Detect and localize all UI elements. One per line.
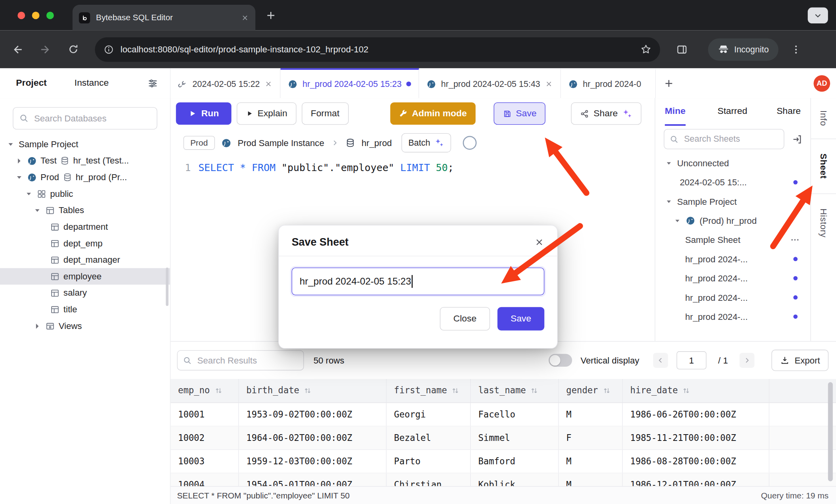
caret-down-icon[interactable] (33, 206, 41, 214)
column-header-last-name[interactable]: last_name (471, 379, 559, 402)
sheet-item-2[interactable]: hr_prod 2024-... (655, 269, 811, 288)
sheet-item-4[interactable]: hr_prod 2024-... (655, 307, 811, 326)
tree-item-tables-group[interactable]: Tables (0, 202, 170, 219)
editor-tab-4[interactable]: hr_prod 2024-0 (561, 68, 656, 98)
tab-starred[interactable]: Starred (717, 98, 747, 126)
side-tab-history[interactable]: History (811, 194, 836, 252)
tree-item-table-title[interactable]: title (0, 301, 170, 318)
sheet-item-sample-sheet[interactable]: Sample Sheet (655, 230, 811, 249)
forward-button[interactable] (37, 41, 53, 57)
tree-item-table-salary[interactable]: salary (0, 285, 170, 301)
prev-page-button[interactable] (653, 353, 668, 368)
instance-crumb[interactable]: Prod Sample Instance (238, 138, 324, 148)
caret-down-icon[interactable] (25, 189, 33, 198)
caret-down-icon[interactable] (665, 198, 673, 206)
close-tab-icon[interactable] (265, 80, 273, 88)
sort-icon[interactable] (304, 387, 312, 394)
sort-icon[interactable] (531, 387, 538, 394)
tree-item-table-dept-emp[interactable]: dept_emp (0, 235, 170, 252)
batch-button[interactable]: Batch (401, 133, 451, 152)
tree-item-prod-instance[interactable]: Prod hr_prod (Pr... (0, 169, 170, 186)
sheet-item-1[interactable]: hr_prod 2024-... (655, 250, 811, 269)
tab-close-icon[interactable] (241, 13, 249, 21)
format-button[interactable]: Format (302, 102, 349, 125)
next-page-button[interactable] (740, 353, 755, 368)
sort-icon[interactable] (683, 387, 690, 394)
editor-tab-1[interactable]: 2024-02-05 15:22 (171, 68, 281, 98)
caret-down-icon[interactable] (665, 159, 673, 167)
new-sheet-tab-button[interactable] (663, 77, 674, 88)
site-info-icon[interactable] (104, 44, 114, 55)
sort-icon[interactable] (215, 387, 222, 394)
tab-instance[interactable]: Instance (75, 78, 109, 88)
results-search-input[interactable] (196, 355, 298, 366)
filter-settings-icon[interactable] (147, 77, 158, 88)
address-bar[interactable]: localhost:8080/sql-editor/prod-sample-in… (95, 37, 660, 62)
database-crumb[interactable]: hr_prod (362, 138, 392, 148)
tree-item-views-group[interactable]: Views (0, 317, 170, 334)
import-sheet-icon[interactable] (792, 133, 803, 144)
vertical-display-toggle[interactable] (549, 354, 572, 367)
window-minimize-button[interactable] (32, 12, 40, 19)
database-search-input[interactable] (33, 113, 151, 124)
sheet-group-unconnected[interactable]: Unconnected (655, 154, 811, 173)
column-header-hire-date[interactable]: hire_date (623, 379, 769, 402)
tree-item-table-employee-selected[interactable]: employee (0, 268, 170, 285)
tab-mine[interactable]: Mine (665, 98, 686, 126)
bookmark-star-icon[interactable] (640, 44, 651, 55)
sheet-name-input[interactable]: hr_prod 2024-02-05 15:23 (292, 267, 545, 295)
browser-menu-button[interactable] (788, 41, 804, 57)
reload-button[interactable] (65, 41, 81, 57)
database-search-box[interactable] (13, 107, 157, 129)
new-tab-button[interactable] (265, 10, 277, 21)
sheet-item-unconnected[interactable]: 2024-02-05 15:... (655, 173, 811, 192)
editor-tab-3[interactable]: hr_prod 2024-02-05 15:43 (419, 68, 561, 98)
dialog-save-button[interactable]: Save (497, 307, 544, 331)
dialog-close-button[interactable]: Close (440, 307, 490, 331)
window-zoom-button[interactable] (46, 12, 54, 19)
tree-item-schema-public[interactable]: public (0, 185, 170, 202)
results-scrollbar-thumb[interactable] (828, 382, 833, 481)
caret-right-icon[interactable] (15, 156, 23, 165)
run-button[interactable]: Run (176, 102, 231, 125)
close-tab-icon[interactable] (545, 80, 553, 88)
column-header-birth-date[interactable]: birth_date (239, 379, 387, 402)
tab-list-button[interactable] (808, 8, 828, 23)
share-button[interactable]: Share (571, 102, 641, 125)
export-button[interactable]: Export (772, 350, 828, 371)
sheet-item-3[interactable]: hr_prod 2024-... (655, 288, 811, 307)
results-search-box[interactable] (177, 350, 304, 370)
side-panel-icon[interactable] (674, 41, 690, 57)
explain-button[interactable]: Explain (237, 102, 296, 125)
tab-shared[interactable]: Share (776, 98, 801, 126)
caret-down-icon[interactable] (15, 173, 23, 181)
side-tab-info[interactable]: Info (811, 98, 836, 139)
tree-item-test-instance[interactable]: Test hr_test (Test... (0, 152, 170, 169)
user-avatar[interactable]: AD (814, 75, 830, 92)
more-options-icon[interactable] (790, 235, 799, 244)
column-header-first-name[interactable]: first_name (387, 379, 471, 402)
editor-tab-2-active[interactable]: hr_prod 2024-02-05 15:23 (281, 68, 419, 98)
caret-down-icon[interactable] (673, 217, 681, 225)
sort-icon[interactable] (603, 387, 611, 394)
browser-tab[interactable]: Bytebase SQL Editor (73, 5, 256, 30)
admin-mode-button[interactable]: Admin mode (390, 102, 476, 125)
sheet-group-database[interactable]: (Prod) hr_prod (655, 211, 811, 230)
page-number-input[interactable] (676, 351, 706, 369)
column-header-emp-no[interactable]: emp_no (171, 379, 239, 402)
caret-right-icon[interactable] (33, 322, 41, 330)
sort-icon[interactable] (452, 387, 459, 394)
sheet-search-box[interactable] (664, 129, 784, 149)
sheet-search-input[interactable] (683, 134, 778, 144)
dialog-close-icon[interactable] (534, 237, 545, 248)
tree-item-table-dept-manager[interactable]: dept_manager (0, 252, 170, 268)
caret-down-icon[interactable] (6, 140, 15, 148)
sidebar-scrollbar-thumb[interactable] (166, 267, 169, 306)
window-close-button[interactable] (17, 12, 25, 19)
tree-item-project[interactable]: Sample Project (0, 136, 170, 152)
save-button[interactable]: Save (493, 102, 545, 125)
column-header-gender[interactable]: gender (559, 379, 623, 402)
tree-item-table-department[interactable]: department (0, 219, 170, 235)
tab-project[interactable]: Project (16, 78, 46, 88)
code-editor[interactable]: 1 SELECT * FROM "public"."employee" LIMI… (171, 160, 655, 176)
